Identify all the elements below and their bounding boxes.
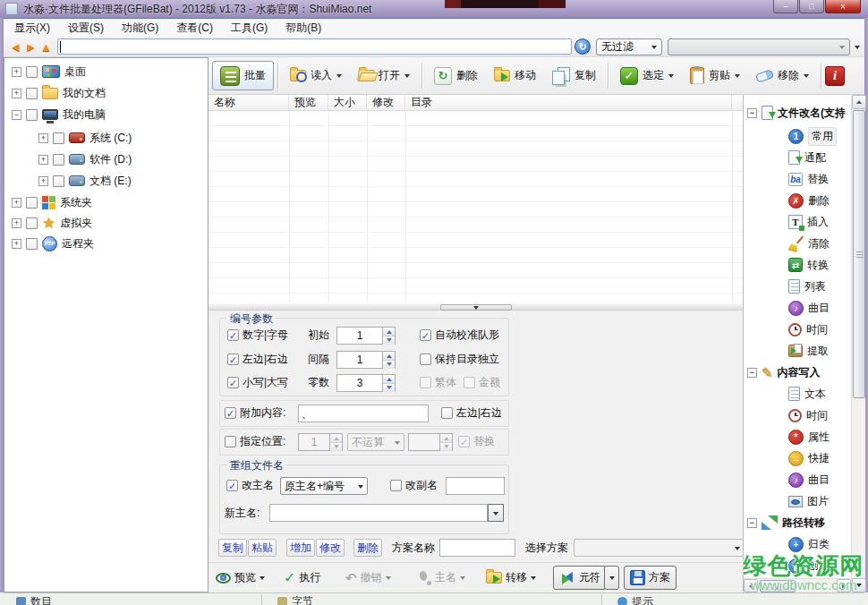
column-header-size[interactable]: 大小 bbox=[328, 95, 367, 110]
tree-item-track-2[interactable]: ♪ 曲目 bbox=[744, 469, 830, 490]
column-header-directory[interactable]: 目录 bbox=[405, 95, 732, 110]
tree-item-content-write-root[interactable]: − ✎ 内容写入 bbox=[744, 362, 821, 383]
tree-item-drive-d[interactable]: + 软件 (D:) bbox=[4, 149, 132, 170]
position-spinner[interactable]: 1 bbox=[298, 433, 343, 451]
zeros-spinner[interactable]: 3 bbox=[336, 374, 396, 392]
new-name-input[interactable] bbox=[269, 504, 488, 522]
checkbox-auto-align[interactable]: ✓ bbox=[420, 329, 431, 341]
tree-item-time[interactable]: 时间 bbox=[744, 319, 828, 340]
tree-item-my-documents[interactable]: + 我的文档 bbox=[4, 82, 106, 104]
tree-item-delete[interactable]: ✗ 删除 bbox=[744, 190, 830, 211]
tree-item-wildcard[interactable]: 通配 bbox=[744, 147, 826, 168]
spinner-buttons[interactable] bbox=[383, 327, 396, 345]
checkbox-keep-directory[interactable]: ✓ bbox=[420, 354, 431, 365]
checkbox-traditional[interactable]: ✓ bbox=[420, 377, 431, 388]
info-button[interactable]: i bbox=[825, 66, 845, 86]
checkbox-replace[interactable]: ✓ bbox=[458, 436, 470, 447]
scheme-select[interactable] bbox=[574, 539, 745, 557]
copy-button[interactable]: 复制 bbox=[544, 61, 604, 90]
tree-item-common[interactable]: 1 常用 bbox=[744, 125, 837, 147]
checkbox[interactable] bbox=[53, 154, 64, 166]
clipboard-button[interactable]: 剪贴 bbox=[682, 61, 748, 90]
vertical-scrollbar[interactable] bbox=[851, 95, 865, 592]
tree-item-picture[interactable]: 图片 bbox=[744, 490, 829, 512]
checkbox-append-side[interactable]: ✓ bbox=[441, 407, 453, 419]
checkbox-left-right[interactable]: ✓ bbox=[227, 354, 239, 365]
scroll-up-button[interactable] bbox=[852, 95, 866, 109]
tree-item-extract[interactable]: 提取 bbox=[744, 340, 829, 362]
checkbox-lower-upper[interactable]: ✓ bbox=[227, 377, 239, 388]
extension-input[interactable] bbox=[446, 477, 505, 495]
expand-icon[interactable]: + bbox=[38, 133, 48, 143]
maximize-button[interactable]: □ bbox=[799, 0, 824, 13]
splitter-collapse-button[interactable] bbox=[440, 304, 512, 311]
checkbox[interactable] bbox=[26, 109, 38, 121]
delete-button[interactable]: ↻ 删除 bbox=[426, 61, 486, 90]
symbol-button[interactable]: 元符 bbox=[553, 566, 607, 590]
checkbox-amount[interactable]: ✓ bbox=[464, 377, 475, 388]
collapse-icon[interactable]: − bbox=[747, 108, 757, 118]
column-header-name[interactable]: 名称 bbox=[208, 95, 289, 110]
back-icon[interactable]: ◄ bbox=[8, 40, 23, 54]
checkbox[interactable] bbox=[26, 197, 38, 209]
tree-item-attribute[interactable]: * 属性 bbox=[744, 426, 830, 447]
expand-icon[interactable]: + bbox=[38, 176, 48, 186]
horizontal-scrollbar[interactable] bbox=[744, 578, 851, 592]
tree-item-remote-folder[interactable]: + FTP 远程夹 bbox=[4, 233, 94, 254]
menu-tools[interactable]: 工具(G) bbox=[222, 19, 277, 37]
expand-icon[interactable]: + bbox=[12, 67, 21, 77]
checkbox-digit-letter[interactable]: ✓ bbox=[227, 329, 239, 341]
panel-splitter[interactable] bbox=[208, 302, 743, 311]
tree-item-track[interactable]: ♪ 曲目 bbox=[744, 297, 830, 319]
up-icon[interactable]: ▲ bbox=[38, 40, 54, 54]
transfer-button[interactable]: 转移 bbox=[486, 566, 536, 590]
operation-select[interactable]: 不运算 bbox=[347, 433, 404, 451]
undo-button[interactable]: ↶ 撤销 bbox=[345, 566, 391, 590]
plan-button[interactable]: 方案 bbox=[624, 566, 677, 590]
secondary-select[interactable] bbox=[668, 38, 850, 55]
checkbox-change-extension[interactable]: ✓ bbox=[390, 480, 402, 491]
menu-display[interactable]: 显示(X) bbox=[5, 19, 59, 37]
checkbox-change-main-name[interactable]: ✓ bbox=[226, 480, 238, 491]
tree-item-classify[interactable]: + 归类 bbox=[744, 533, 830, 555]
scrollbar-thumb[interactable] bbox=[760, 580, 796, 592]
preview-button[interactable]: 预览 bbox=[216, 566, 265, 590]
column-header-modified[interactable]: 修改 bbox=[367, 95, 405, 110]
spinner-buttons[interactable] bbox=[383, 351, 396, 369]
tree-item-drive-e[interactable]: + 文档 (E:) bbox=[4, 170, 132, 192]
collapse-icon[interactable]: − bbox=[12, 110, 21, 120]
tree-item-convert[interactable]: ⇄ 转换 bbox=[744, 254, 829, 276]
checkbox[interactable] bbox=[26, 66, 38, 78]
scheme-paste-button[interactable]: 粘贴 bbox=[248, 539, 277, 557]
column-header-preview[interactable]: 预览 bbox=[289, 95, 328, 110]
checkbox[interactable] bbox=[26, 88, 38, 99]
tree-item-create[interactable]: 创建 bbox=[744, 555, 830, 576]
scroll-down-button[interactable] bbox=[852, 578, 866, 592]
tree-item-desktop[interactable]: + 桌面 bbox=[4, 61, 86, 82]
scheme-delete-button[interactable]: 删除 bbox=[353, 539, 382, 557]
scheme-name-input[interactable] bbox=[439, 539, 515, 557]
close-button[interactable]: × bbox=[825, 0, 861, 13]
expand-icon[interactable]: + bbox=[38, 155, 48, 165]
tree-item-shortcut[interactable]: → 快捷 bbox=[744, 447, 830, 469]
file-table-body[interactable] bbox=[208, 111, 743, 302]
checkbox-specify-position[interactable]: ✓ bbox=[225, 436, 236, 447]
menu-functions[interactable]: 功能(G) bbox=[113, 19, 167, 37]
checkbox[interactable] bbox=[26, 217, 38, 229]
toolbar-overflow-icon[interactable] bbox=[855, 46, 860, 52]
tree-item-list[interactable]: 列表 bbox=[744, 276, 826, 297]
scheme-add-button[interactable]: 增加 bbox=[286, 539, 315, 557]
menu-help[interactable]: 帮助(B) bbox=[277, 19, 330, 37]
select-button[interactable]: ✓ 选定 bbox=[612, 61, 682, 90]
menu-settings[interactable]: 设置(S) bbox=[59, 19, 113, 37]
read-in-button[interactable]: 读入 bbox=[282, 61, 350, 90]
scroll-left-button[interactable] bbox=[744, 579, 758, 592]
menu-view[interactable]: 查看(C) bbox=[167, 19, 222, 37]
tree-item-rename-root[interactable]: − 文件改名(支持 bbox=[744, 102, 846, 124]
tree-item-virtual-folder[interactable]: + ★ 虚拟夹 bbox=[4, 212, 92, 234]
expand-icon[interactable]: + bbox=[12, 239, 21, 249]
scroll-right-button[interactable] bbox=[837, 579, 851, 592]
spinner-buttons[interactable] bbox=[440, 433, 453, 451]
checkbox-append-content[interactable]: ✓ bbox=[225, 407, 236, 419]
tree-item-text[interactable]: 文本 bbox=[744, 383, 826, 405]
